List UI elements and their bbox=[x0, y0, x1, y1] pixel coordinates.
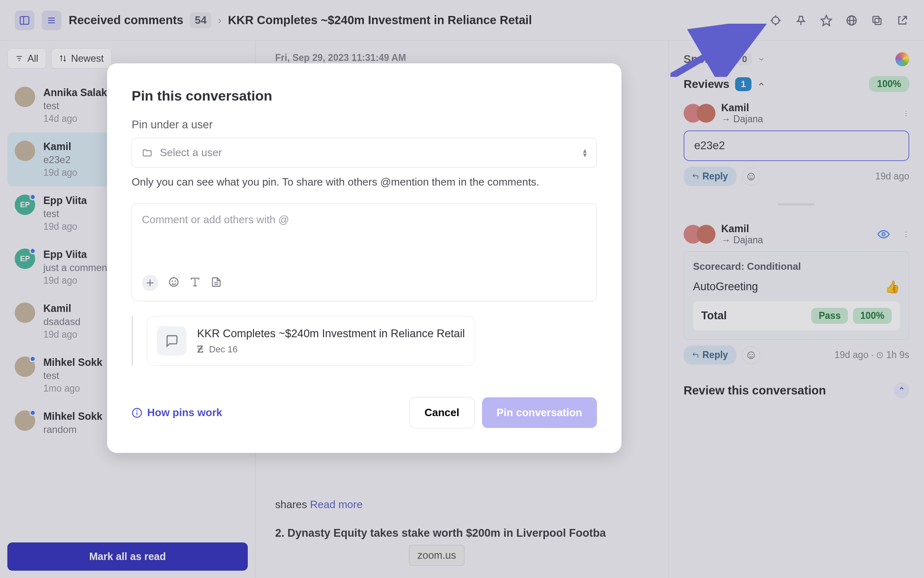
add-attachment-button[interactable] bbox=[142, 275, 158, 291]
svg-point-34 bbox=[172, 281, 173, 281]
comment-placeholder: Comment or add others with @ bbox=[142, 213, 587, 226]
pin-note: Only you can see what you pin. To share … bbox=[132, 176, 597, 188]
modal-title: Pin this conversation bbox=[132, 88, 597, 104]
svg-point-42 bbox=[137, 410, 137, 411]
user-select[interactable]: Select a user ▴▾ bbox=[132, 138, 597, 168]
svg-point-33 bbox=[170, 278, 178, 287]
linked-title: KKR Completes ~$240m Investment in Relia… bbox=[197, 327, 465, 340]
select-placeholder: Select a user bbox=[160, 146, 222, 159]
message-icon bbox=[157, 326, 186, 356]
comment-input[interactable]: Comment or add others with @ bbox=[132, 203, 597, 301]
text-format-button[interactable] bbox=[189, 276, 201, 289]
how-pins-work-link[interactable]: How pins work bbox=[132, 406, 222, 419]
select-chevrons-icon: ▴▾ bbox=[583, 148, 587, 157]
pin-modal: Pin this conversation Pin under a user S… bbox=[107, 63, 621, 453]
pin-conversation-button[interactable]: Pin conversation bbox=[482, 397, 597, 428]
linked-date: Dec 16 bbox=[209, 344, 238, 355]
folder-icon bbox=[142, 148, 153, 158]
linked-conversation: KKR Completes ~$240m Investment in Relia… bbox=[132, 316, 597, 366]
emoji-button[interactable] bbox=[168, 276, 179, 289]
document-button[interactable] bbox=[211, 276, 222, 289]
pin-under-label: Pin under a user bbox=[132, 119, 597, 131]
zendesk-icon: Ƶ bbox=[197, 344, 203, 355]
svg-point-35 bbox=[175, 281, 175, 281]
info-icon bbox=[132, 408, 142, 418]
cancel-button[interactable]: Cancel bbox=[409, 397, 474, 428]
